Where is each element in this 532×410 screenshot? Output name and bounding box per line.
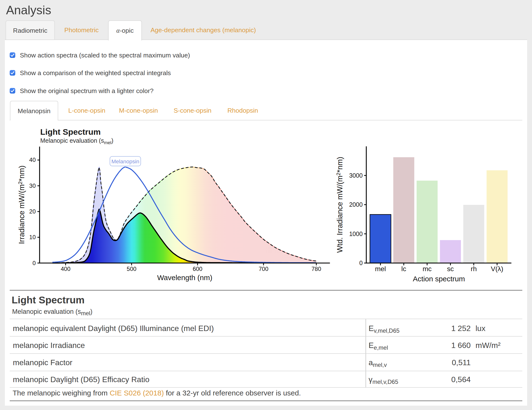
svg-text:Light Spectrum: Light Spectrum bbox=[40, 127, 101, 136]
svg-text:Melanopic evaluation (smel): Melanopic evaluation (smel) bbox=[40, 137, 114, 145]
svg-text:0: 0 bbox=[359, 260, 363, 266]
svg-text:sc: sc bbox=[447, 265, 454, 273]
svg-text:rh: rh bbox=[471, 265, 477, 273]
svg-text:Wavelength (nm): Wavelength (nm) bbox=[157, 274, 212, 282]
svg-text:20: 20 bbox=[29, 208, 36, 215]
svg-text:400: 400 bbox=[61, 266, 70, 272]
svg-text:2000: 2000 bbox=[349, 201, 363, 208]
svg-text:0: 0 bbox=[32, 260, 36, 266]
svg-text:mc: mc bbox=[423, 265, 432, 273]
svg-text:500: 500 bbox=[127, 266, 136, 272]
svg-text:600: 600 bbox=[193, 266, 202, 272]
svg-text:40: 40 bbox=[29, 157, 36, 163]
svg-text:3000: 3000 bbox=[349, 172, 363, 179]
svg-text:780: 780 bbox=[311, 266, 321, 272]
svg-text:30: 30 bbox=[29, 182, 36, 189]
svg-text:lc: lc bbox=[401, 265, 406, 273]
svg-text:mel: mel bbox=[375, 265, 386, 273]
svg-text:700: 700 bbox=[259, 266, 268, 272]
svg-text:Action spectrum: Action spectrum bbox=[413, 275, 465, 283]
svg-text:Wtd. Irradiance mW/(m2*nm): Wtd. Irradiance mW/(m2*nm) bbox=[335, 157, 344, 253]
svg-text:Melanopsin: Melanopsin bbox=[111, 158, 139, 165]
svg-text:10: 10 bbox=[29, 234, 36, 240]
svg-text:Irradiance mW/(m2*nm): Irradiance mW/(m2*nm) bbox=[17, 166, 26, 244]
svg-text:V(λ): V(λ) bbox=[491, 265, 503, 273]
svg-text:1000: 1000 bbox=[349, 231, 363, 237]
